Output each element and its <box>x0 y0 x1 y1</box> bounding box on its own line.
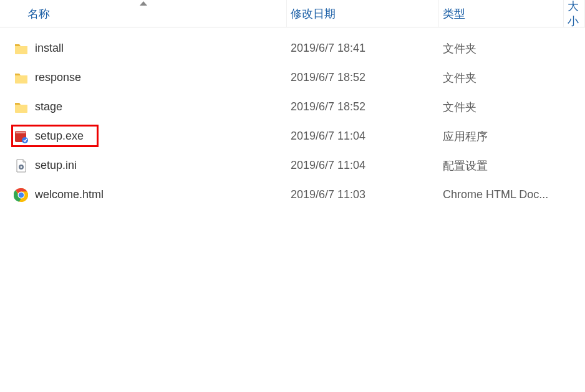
column-header-modified[interactable]: 修改日期 <box>287 0 439 27</box>
column-header-row: 名称 修改日期 类型 大小 <box>0 0 585 27</box>
file-modified: 2019/6/7 18:41 <box>287 42 439 55</box>
chrome-icon <box>14 188 29 203</box>
file-row[interactable]: install2019/6/7 18:41文件夹 <box>0 34 585 63</box>
file-type: 文件夹 <box>439 70 564 85</box>
file-row[interactable]: setup.exe2019/6/7 11:04应用程序 <box>0 122 585 151</box>
file-modified: 2019/6/7 11:03 <box>287 188 439 201</box>
folder-icon <box>14 70 29 85</box>
exe-icon <box>14 129 29 144</box>
file-name: setup.ini <box>35 159 77 172</box>
folder-icon <box>14 100 29 115</box>
file-name: welcome.html <box>35 188 104 201</box>
column-header-modified-label: 修改日期 <box>291 6 336 21</box>
file-name: stage <box>35 100 62 113</box>
file-row[interactable]: response2019/6/7 18:52文件夹 <box>0 63 585 92</box>
file-name: setup.exe <box>35 130 84 143</box>
column-header-type-label: 类型 <box>443 6 465 21</box>
file-type: 文件夹 <box>439 100 564 115</box>
ini-icon <box>14 158 29 173</box>
file-name: response <box>35 71 81 84</box>
file-type: 配置设置 <box>439 158 564 173</box>
file-modified: 2019/6/7 18:52 <box>287 71 439 84</box>
file-type: 应用程序 <box>439 129 564 144</box>
file-list: install2019/6/7 18:41文件夹response2019/6/7… <box>0 27 585 209</box>
file-modified: 2019/6/7 18:52 <box>287 100 439 113</box>
file-row[interactable]: setup.ini2019/6/7 11:04配置设置 <box>0 151 585 180</box>
column-header-type[interactable]: 类型 <box>439 0 564 27</box>
folder-icon <box>14 41 29 56</box>
column-header-name[interactable]: 名称 <box>0 0 287 27</box>
sort-ascending-icon <box>140 1 147 6</box>
file-type: Chrome HTML Doc... <box>439 188 564 201</box>
column-header-size-label: 大小 <box>568 0 584 29</box>
file-modified: 2019/6/7 11:04 <box>287 159 439 172</box>
file-name: install <box>35 42 64 55</box>
column-header-name-label: 名称 <box>27 6 50 21</box>
file-row[interactable]: stage2019/6/7 18:52文件夹 <box>0 92 585 122</box>
file-type: 文件夹 <box>439 41 564 56</box>
file-row[interactable]: welcome.html2019/6/7 11:03Chrome HTML Do… <box>0 180 585 209</box>
file-modified: 2019/6/7 11:04 <box>287 130 439 143</box>
column-header-size[interactable]: 大小 <box>564 0 585 27</box>
